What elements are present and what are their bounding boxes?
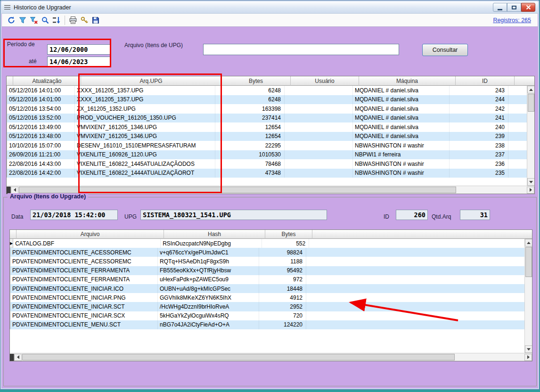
col-header-maquina[interactable]: Máquina xyxy=(359,76,456,86)
table-row[interactable]: 22/08/2016 14:42:00 VIXENLITE_160822_144… xyxy=(7,169,527,178)
vscroll-thumb[interactable] xyxy=(528,94,534,112)
minimize-button[interactable] xyxy=(493,3,507,12)
scroll-left-button[interactable] xyxy=(11,187,18,194)
cell-atualizacao: 05/12/2016 14:01:00 xyxy=(7,86,75,95)
cell-arq-upg: XXXX_161205_1357.UPG xyxy=(75,86,215,95)
filter-icon xyxy=(18,16,27,24)
table-row[interactable]: 05/12/2016 14:01:00 XXXX_161205_1357.UPG… xyxy=(7,86,527,95)
hscroll-thumb[interactable] xyxy=(22,354,455,360)
cell-maquina: MQDANIEL # daniel.silva xyxy=(353,132,450,141)
search-button[interactable] xyxy=(40,15,51,26)
grid-splitter[interactable] xyxy=(7,187,11,194)
main-grid-header: Atualização Arq.UPG Bytes Usuário Máquin… xyxy=(7,76,534,86)
scroll-down-button[interactable] xyxy=(527,178,535,186)
detail-group-label: Arquivo (Itens do Upgrade) xyxy=(8,193,88,200)
hscroll-thumb[interactable] xyxy=(19,187,456,193)
cell-bytes: 78468 xyxy=(215,159,285,169)
col-header-id[interactable]: ID xyxy=(456,76,515,86)
table-row[interactable]: PDVATENDIMENTOCLIENTE_FERRAMENTA uHexFaP… xyxy=(10,275,524,284)
cell-filler xyxy=(508,86,527,95)
table-row[interactable]: 22/08/2016 14:43:00 VIXENLITE_160822_144… xyxy=(7,159,527,169)
table-row[interactable]: 05/12/2016 13:48:00 VMVIXEN7_161205_1346… xyxy=(7,132,527,141)
cell-id: 243 xyxy=(450,86,508,95)
registros-link[interactable]: Registros: 265 xyxy=(493,17,531,24)
main-grid-body: 05/12/2016 14:01:00 XXXX_161205_1357.UPG… xyxy=(7,86,527,186)
window-menu-icon[interactable] xyxy=(4,5,11,10)
cell-id: 240 xyxy=(450,122,508,132)
row-selector[interactable]: ▶ xyxy=(10,239,13,248)
table-row[interactable]: PDVATENDIMENTOCLIENTE_INICIAR.ICO OUBN+u… xyxy=(10,284,524,293)
cell-hash: GGVhIk8MKeXZ6YN6K5IhX xyxy=(158,293,259,302)
table-row[interactable]: PDVATENDIMENTOCLIENTE_INICIAR.PNG GGVhIk… xyxy=(10,293,524,302)
table-row[interactable]: 10/10/2016 15:07:00 DESENV_161010_1510EM… xyxy=(7,141,527,150)
grid-splitter[interactable] xyxy=(10,354,14,361)
key-button[interactable] xyxy=(79,15,90,26)
table-row[interactable]: 05/12/2016 13:54:00 ZX_161205_1352.UPG 1… xyxy=(7,104,527,114)
cell-filler xyxy=(306,248,524,257)
cell-arq-upg: DESENV_161010_1510EMPRESASFATURAM xyxy=(75,141,215,150)
cell-filler xyxy=(306,302,524,311)
selector-header xyxy=(7,76,13,86)
col-header-atualizacao[interactable]: Atualização xyxy=(13,76,81,86)
table-row[interactable]: PDVATENDIMENTOCLIENTE_INICIAR.SCT /HcWHg… xyxy=(10,302,524,311)
table-row[interactable]: 05/12/2016 13:49:00 VMVIXEN7_161205_1346… xyxy=(7,122,527,132)
consultar-button[interactable]: Consultar xyxy=(422,44,468,56)
periodo-de-input[interactable] xyxy=(47,44,110,55)
col-header-hash[interactable]: Hash xyxy=(164,230,265,239)
cell-usuario xyxy=(285,86,353,95)
table-row[interactable]: ▶ CATALOG.DBF RSInOuzcpatcN9NpEDgbg 552 xyxy=(10,239,524,248)
scroll-right-button[interactable] xyxy=(527,187,534,194)
cell-hash: RQTq+HSAeDh1qF8gxS9h xyxy=(158,257,259,266)
cell-bytes: 237414 xyxy=(215,114,285,123)
close-button[interactable] xyxy=(521,3,535,12)
hscroll-track[interactable] xyxy=(18,187,527,194)
col-header-usuario[interactable]: Usuário xyxy=(291,76,359,86)
cell-arq-upg: VIXENLITE_160822_1445ATUALIZAÇÃODOS xyxy=(75,159,215,169)
detail-grid-vscrollbar[interactable] xyxy=(524,239,532,353)
scroll-up-button[interactable] xyxy=(525,239,532,246)
scroll-up-button[interactable] xyxy=(527,86,535,93)
clear-filter-button[interactable] xyxy=(28,15,40,26)
cell-arq-upg: VIXENLITE_160926_1120.UPG xyxy=(75,150,215,160)
col-header-bytes[interactable]: Bytes xyxy=(221,76,291,86)
arrow-right-icon xyxy=(527,355,530,359)
col-header-arq-upg[interactable]: Arq.UPG xyxy=(81,76,221,86)
maximize-button[interactable] xyxy=(507,3,521,12)
refresh-button[interactable] xyxy=(6,15,17,26)
main-grid-hscrollbar[interactable] xyxy=(7,186,534,194)
cell-atualizacao: 22/08/2016 14:43:00 xyxy=(7,159,75,169)
hscroll-track[interactable] xyxy=(22,354,524,361)
table-row[interactable]: 05/12/2016 13:52:00 PROD_VOUCHER_161205_… xyxy=(7,114,527,123)
table-row[interactable]: PDVATENDIMENTOCLIENTE_FERRAMENTA FB555eo… xyxy=(10,266,524,275)
cell-hash: v+q676ccYx/gePUmJdwC1 xyxy=(158,248,259,257)
header-filler xyxy=(515,76,534,86)
scroll-down-button[interactable] xyxy=(525,345,532,353)
filter-button[interactable] xyxy=(17,15,28,26)
table-row[interactable]: 26/09/2016 11:21:00 VIXENLITE_160926_112… xyxy=(7,150,527,160)
vscroll-thumb[interactable] xyxy=(525,247,532,277)
scroll-right-button[interactable] xyxy=(524,354,532,361)
cell-arquivo: PDVATENDIMENTOCLIENTE_FERRAMENTA xyxy=(10,266,158,275)
col-header-arquivo[interactable]: Arquivo xyxy=(16,230,164,239)
minimize-icon xyxy=(498,9,502,10)
save-button[interactable] xyxy=(90,15,101,26)
scroll-left-button[interactable] xyxy=(14,354,22,361)
table-row[interactable]: 05/12/2016 14:01:00 XXXX_161205_1357.UPG… xyxy=(7,95,527,105)
detail-grid-hscrollbar[interactable] xyxy=(10,353,532,361)
table-row[interactable]: PDVATENDIMENTOCLIENTE_INICIAR.SCX 5kHGaY… xyxy=(10,311,524,320)
main-grid-vscrollbar[interactable] xyxy=(527,86,534,186)
print-button[interactable] xyxy=(67,15,79,26)
arquivo-filtro-input[interactable] xyxy=(203,44,399,55)
titlebar[interactable]: Historico de Upgrader xyxy=(1,1,538,14)
col-header-bytes[interactable]: Bytes xyxy=(265,230,312,239)
cell-maquina: MQDANIEL # daniel.silva xyxy=(353,95,450,105)
table-row[interactable]: PDVATENDIMENTOCLIENTE_ACESSOREMC v+q676c… xyxy=(10,248,524,257)
table-row[interactable]: PDVATENDIMENTOCLIENTE_ACESSOREMC RQTq+HS… xyxy=(10,257,524,266)
sort-button[interactable] xyxy=(51,15,62,26)
table-row[interactable]: PDVATENDIMENTOCLIENTE_MENU.SCT nBG7o4JA2… xyxy=(10,320,524,329)
upg-label: UPG xyxy=(124,213,137,220)
cell-bytes: 6248 xyxy=(215,95,285,105)
cell-usuario xyxy=(285,150,353,160)
cell-id: 242 xyxy=(450,104,508,114)
ate-input[interactable] xyxy=(47,57,110,67)
